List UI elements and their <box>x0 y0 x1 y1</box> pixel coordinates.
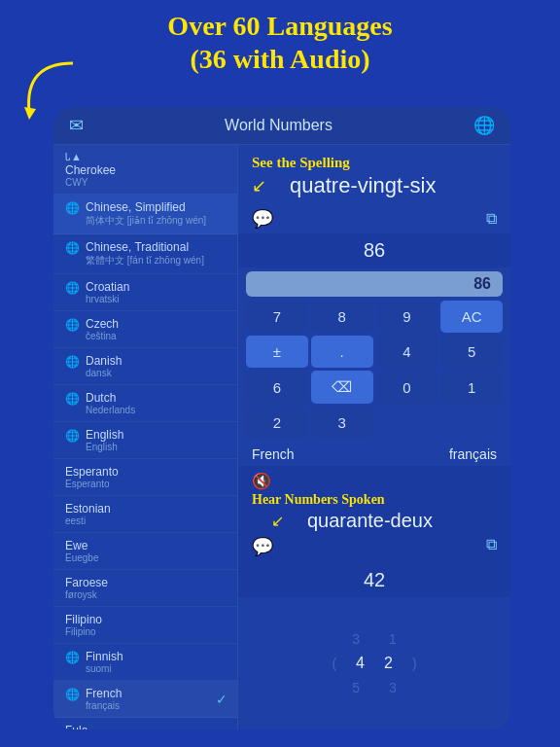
sidebar-item-cherokee[interactable]: Ꮣ▲ Cherokee CWY <box>53 145 237 195</box>
cherokee-symbol: Ꮣ▲ <box>65 151 228 163</box>
sidebar-item-chinese-simplified[interactable]: 🌐 Chinese, Simplified 简体中文 [jiǎn tǐ zhōn… <box>53 195 237 234</box>
right-panel: See the Spelling ↙ quatre-vingt-six 💬 ⧉ … <box>238 145 510 729</box>
sidebar-item-chinese-traditional[interactable]: 🌐 Chinese, Traditional 繁體中文 [fán tǐ zhōn… <box>53 234 237 274</box>
hear-speak-icon[interactable]: 💬 <box>252 536 273 557</box>
calc-btn-2[interactable]: 2 <box>246 407 308 439</box>
globe-small-icon: 🌐 <box>65 355 80 369</box>
globe-small-icon: 🌐 <box>65 281 80 295</box>
calc-btn-ac[interactable]: AC <box>440 301 503 333</box>
calc-btn-backspace[interactable]: ⌫ <box>311 371 373 404</box>
calc-input-value: 86 <box>473 275 491 293</box>
calc-btn-3[interactable]: 3 <box>311 407 373 439</box>
see-spelling-label: See the Spelling <box>252 155 436 171</box>
globe-small-icon: 🌐 <box>65 392 80 406</box>
calc-grid: 7 8 9 AC ± . 4 5 6 ⌫ 0 1 2 3 <box>246 301 503 439</box>
phone-frame: ✉ World Numbers 🌐 Ꮣ▲ Cherokee CWY 🌐 Chin… <box>53 107 510 729</box>
lang-label-left: French <box>252 446 295 462</box>
sidebar-item-ewe[interactable]: Ewe Euegbe <box>53 533 237 570</box>
picker-paren-left[interactable]: ( <box>332 653 336 674</box>
sidebar-item-finnish[interactable]: 🌐 Finnish suomi <box>53 644 237 681</box>
sidebar-item-english[interactable]: 🌐 English English <box>53 422 237 459</box>
sidebar-language-list: Ꮣ▲ Cherokee CWY 🌐 Chinese, Simplified 简体… <box>53 145 238 729</box>
sidebar-item-dutch[interactable]: 🌐 Dutch Nederlands <box>53 385 237 422</box>
picker-section: 3 1 ( 4 2 ) 5 3 <box>238 597 510 729</box>
hear-section: 🔇 Hear Numbers Spoken ↙ quarante-deux 💬 … <box>238 466 510 563</box>
speak-icon[interactable]: 💬 <box>252 208 273 230</box>
curve-arrow-icon <box>15 53 92 131</box>
app-title: World Numbers <box>225 117 332 134</box>
number-display: 86 <box>238 233 510 267</box>
globe-small-icon: 🌐 <box>65 651 80 664</box>
sidebar-item-filipino[interactable]: Filipino Filipino <box>53 607 237 644</box>
sidebar-item-danish[interactable]: 🌐 Danish dansk <box>53 348 237 385</box>
calc-btn-9[interactable]: 9 <box>376 301 438 333</box>
top-annotation: Over 60 Languages (36 with Audio) <box>19 10 541 75</box>
annotation-line2: (36 with Audio) <box>19 43 541 76</box>
calc-input-row: 86 <box>246 271 503 297</box>
lang-label-row: French français <box>238 443 510 466</box>
calc-btn-0[interactable]: 0 <box>376 371 438 404</box>
calculator: 86 7 8 9 AC ± . 4 5 6 ⌫ 0 1 2 3 <box>238 267 510 443</box>
hear-speak-row: 💬 ⧉ <box>252 532 497 559</box>
globe-small-icon: 🌐 <box>65 241 80 255</box>
hear-label: Hear Numbers Spoken <box>252 492 497 508</box>
calc-btn-1[interactable]: 1 <box>440 371 503 404</box>
picker-number-display: 42 <box>238 563 510 597</box>
calc-btn-7[interactable]: 7 <box>246 301 308 333</box>
globe-small-icon: 🌐 <box>65 429 80 443</box>
svg-marker-0 <box>24 107 36 120</box>
picker-cell[interactable]: 3 <box>389 677 397 698</box>
speak-row: 💬 ⧉ <box>238 204 510 233</box>
calc-btn-plusminus[interactable]: ± <box>246 336 308 368</box>
globe-small-icon: 🌐 <box>65 201 80 215</box>
globe-icon[interactable]: 🌐 <box>473 115 495 136</box>
picker-cell-4[interactable]: 4 <box>356 652 365 675</box>
hear-mute-row: 🔇 <box>252 470 497 492</box>
spelling-arrow-icon: ↙ <box>252 175 266 196</box>
calc-btn-5[interactable]: 5 <box>440 336 503 368</box>
globe-small-icon: 🌐 <box>65 318 80 332</box>
picker-paren-right[interactable]: ) <box>412 653 417 674</box>
calc-btn-4[interactable]: 4 <box>376 336 438 368</box>
copy-icon[interactable]: ⧉ <box>486 210 497 228</box>
spelled-number-text: quatre-vingt-six <box>290 173 436 198</box>
sidebar-item-estonian[interactable]: Estonian eesti <box>53 496 237 533</box>
sidebar-item-french[interactable]: 🌐 French français ✓ <box>53 681 237 718</box>
picker-cell[interactable]: 1 <box>389 628 397 650</box>
picker-cell[interactable]: 5 <box>352 677 360 698</box>
sidebar-item-fula[interactable]: Fula <box>53 718 237 729</box>
hear-copy-icon[interactable]: ⧉ <box>486 536 497 557</box>
spelling-section: See the Spelling ↙ quatre-vingt-six <box>238 145 510 204</box>
annotation-line1: Over 60 Languages <box>19 10 541 43</box>
picker-cell[interactable]: 3 <box>352 628 360 650</box>
mute-icon[interactable]: 🔇 <box>252 472 271 490</box>
sidebar-item-czech[interactable]: 🌐 Czech čeština <box>53 311 237 348</box>
calc-btn-6[interactable]: 6 <box>246 371 308 404</box>
app-header: ✉ World Numbers 🌐 <box>53 107 510 145</box>
sidebar-item-croatian[interactable]: 🌐 Croatian hrvatski <box>53 274 237 311</box>
calc-btn-8[interactable]: 8 <box>311 301 373 333</box>
picker-cell-2[interactable]: 2 <box>384 652 393 675</box>
sidebar-item-faroese[interactable]: Faroese føroysk <box>53 570 237 607</box>
globe-small-icon: 🌐 <box>65 688 80 701</box>
hear-arrow-icon: ↙ <box>271 512 284 530</box>
calc-btn-dot[interactable]: . <box>311 336 373 368</box>
lang-label-right: français <box>449 446 497 462</box>
selected-checkmark: ✓ <box>216 692 228 707</box>
main-content: Ꮣ▲ Cherokee CWY 🌐 Chinese, Simplified 简体… <box>53 145 510 729</box>
hear-number-text: quarante-deux <box>307 510 433 532</box>
sidebar-item-esperanto[interactable]: Esperanto Esperanto <box>53 459 237 496</box>
